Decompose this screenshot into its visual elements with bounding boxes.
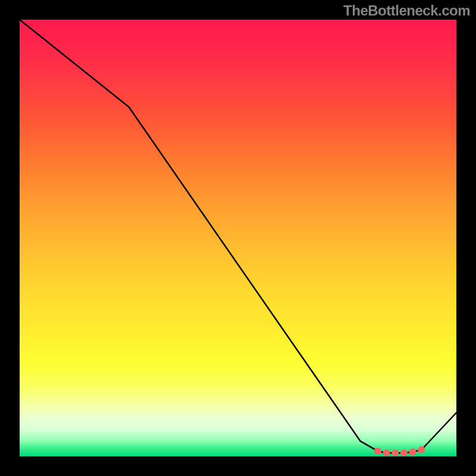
curve-marker xyxy=(400,449,408,456)
curve-marker xyxy=(409,449,416,456)
chart-container: TheBottleneck.com xyxy=(0,0,476,476)
curve-marker xyxy=(383,449,390,456)
curve-marker xyxy=(392,449,399,456)
curve-marker xyxy=(418,446,425,453)
curve-marker xyxy=(374,447,381,455)
line-series xyxy=(20,20,456,453)
attribution-text: TheBottleneck.com xyxy=(343,2,470,19)
chart-svg xyxy=(20,20,456,456)
curve-line xyxy=(20,20,456,453)
